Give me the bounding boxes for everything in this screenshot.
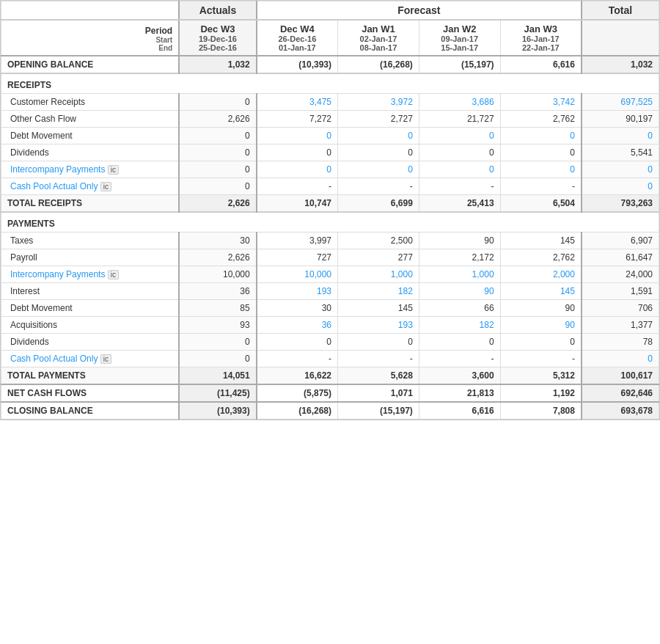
- section-header-payments: PAYMENTS: [1, 212, 659, 233]
- col-header-janW1: Jan W102-Jan-1708-Jan-17: [338, 20, 419, 56]
- row-opening-balance: OPENING BALANCE1,032(10,393)(16,268)(15,…: [1, 56, 659, 73]
- col-header-decW3: Dec W319-Dec-1625-Dec-16: [179, 20, 257, 56]
- actuals-header: Actuals: [179, 1, 257, 21]
- row-debt-movement: Debt Movement000000: [1, 128, 659, 144]
- row-intercompany-payments: Intercompany Payments ic10,00010,0001,00…: [1, 266, 659, 283]
- row-intercompany-payments: Intercompany Payments ic000000: [1, 161, 659, 178]
- row-net-cash-flows: NET CASH FLOWS(11,425)(5,875)1,07121,813…: [1, 384, 659, 402]
- col-header-janW2: Jan W209-Jan-1715-Jan-17: [419, 20, 500, 56]
- row-interest: Interest36193182901451,591: [1, 283, 659, 300]
- col-header-total: [582, 20, 659, 56]
- row-acquisitions: Acquisitions9336193182901,377: [1, 317, 659, 334]
- section-header-receipts: RECEIPTS: [1, 73, 659, 94]
- row-payroll: Payroll2,6267272772,1722,76261,647: [1, 249, 659, 266]
- row-dividends: Dividends000005,541: [1, 144, 659, 161]
- row-taxes: Taxes303,9972,500901456,907: [1, 233, 659, 249]
- row-cash-pool-actual-only: Cash Pool Actual Only ic0----0: [1, 351, 659, 367]
- cash-flow-table: ActualsForecastTotalPeriodStartEndDec W3…: [0, 0, 660, 420]
- row-total-payments: TOTAL PAYMENTS14,05116,6225,6283,6005,31…: [1, 367, 659, 385]
- row-customer-receipts: Customer Receipts03,4753,9723,6863,74269…: [1, 94, 659, 111]
- col-header-janW3: Jan W316-Jan-1722-Jan-17: [500, 20, 582, 56]
- forecast-header: Forecast: [257, 1, 582, 21]
- row-dividends: Dividends0000078: [1, 334, 659, 351]
- row-other-cash-flow: Other Cash Flow2,6267,2722,72721,7272,76…: [1, 111, 659, 128]
- row-debt-movement: Debt Movement85301456690706: [1, 300, 659, 317]
- row-cash-pool-actual-only: Cash Pool Actual Only ic0----0: [1, 178, 659, 195]
- col-header-decW4: Dec W426-Dec-1601-Jan-17: [257, 20, 338, 56]
- period-label-cell: PeriodStartEnd: [1, 20, 180, 56]
- total-header: Total: [582, 1, 659, 21]
- row-total-receipts: TOTAL RECEIPTS2,62610,7476,69925,4136,50…: [1, 195, 659, 213]
- row-closing-balance: CLOSING BALANCE(10,393)(16,268)(15,197)6…: [1, 402, 659, 420]
